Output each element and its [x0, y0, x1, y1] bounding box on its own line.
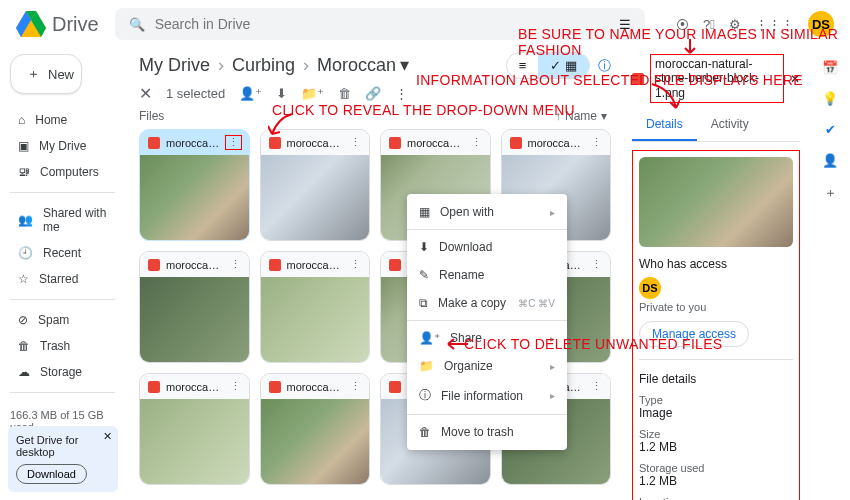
file-card[interactable]: moroccan-natu...⋮ [139, 373, 250, 485]
more-icon[interactable]: ⋮ [395, 86, 408, 101]
link-icon[interactable]: 🔗 [365, 86, 381, 101]
logo-text: Drive [52, 13, 99, 36]
ctx-label: Download [439, 240, 492, 254]
ctx-share[interactable]: 👤⁺Share▸ [407, 324, 567, 352]
crumb-current[interactable]: Moroccan▾ [317, 54, 409, 76]
image-icon [148, 137, 160, 149]
sidebar-item-starred[interactable]: ☆Starred [10, 267, 115, 291]
share-icon: 👤⁺ [419, 331, 440, 345]
close-icon[interactable]: ✕ [103, 430, 112, 443]
list-view-icon[interactable]: ≡ [507, 53, 539, 78]
ctx-label: Make a copy [438, 296, 506, 310]
share-icon[interactable]: 👤⁺ [239, 86, 262, 101]
file-more-icon[interactable]: ⋮ [230, 258, 241, 271]
delete-icon[interactable]: 🗑 [338, 86, 351, 101]
file-name: moroccan-natu... [528, 137, 586, 149]
add-icon[interactable]: ＋ [824, 184, 837, 202]
ctx-label: Organize [444, 359, 493, 373]
info-icon: ⓘ [419, 387, 431, 404]
file-card[interactable]: moroccan-natu...⋮ [139, 129, 250, 241]
sidebar-item-shared[interactable]: 👥Shared with me [10, 201, 115, 239]
details-panel: moroccan-natural-stone-berber-block-1.pn… [625, 48, 810, 500]
file-card[interactable]: moroccan-natu...⋮ [139, 251, 250, 363]
file-more-icon[interactable]: ⋮ [591, 380, 602, 393]
file-card[interactable]: moroccan-natu...⋮ [260, 129, 371, 241]
arrow-icon [650, 82, 680, 112]
chevron-right-icon: › [303, 55, 309, 76]
sidebar-item-storage[interactable]: ☁Storage [10, 360, 115, 384]
file-name: moroccan-natu... [166, 259, 224, 271]
header-actions: ⦿ ?⃝ ⚙ ⋮⋮⋮ DS [676, 11, 834, 37]
file-more-icon[interactable]: ⋮ [350, 258, 361, 271]
promo-title: Get Drive for desktop [16, 434, 110, 458]
image-icon [389, 381, 401, 393]
sidebar-item-spam[interactable]: ⊘Spam [10, 308, 115, 332]
file-more-icon[interactable]: ⋮ [591, 136, 602, 149]
clear-selection-icon[interactable]: ✕ [139, 84, 152, 103]
file-card[interactable]: moroccan-natu...⋮ [260, 251, 371, 363]
file-more-icon[interactable]: ⋮ [350, 380, 361, 393]
file-more-icon[interactable]: ⋮ [591, 258, 602, 271]
file-more-icon[interactable]: ⋮ [226, 136, 241, 149]
sidebar-item-label: Shared with me [43, 206, 107, 234]
ctx-open-with[interactable]: ▦Open with▸ [407, 198, 567, 226]
sidebar-item-label: Home [35, 113, 67, 127]
file-card[interactable]: moroccan-natu...⋮ [260, 373, 371, 485]
selection-bar: ✕ 1 selected 👤⁺ ⬇ 📁⁺ 🗑 🔗 ⋮ [139, 84, 611, 103]
details-preview [639, 157, 793, 247]
detail-value: Image [639, 406, 793, 420]
calendar-icon[interactable]: 📅 [822, 60, 838, 75]
sidebar-item-mydrive[interactable]: ▣My Drive [10, 134, 115, 158]
logo[interactable]: Drive [16, 11, 99, 37]
contacts-icon[interactable]: 👤 [822, 153, 838, 168]
search-bar[interactable]: 🔍 ☰ [115, 8, 645, 40]
ctx-organize[interactable]: 📁Organize▸ [407, 352, 567, 380]
search-input[interactable] [155, 16, 609, 32]
grid-view-icon[interactable]: ✓ ▦ [538, 53, 589, 78]
move-icon[interactable]: 📁⁺ [301, 86, 324, 101]
search-options-icon[interactable]: ☰ [619, 17, 631, 32]
trash-icon: 🗑 [18, 339, 30, 353]
people-icon: 👥 [18, 213, 33, 227]
ctx-trash[interactable]: 🗑Move to trash [407, 418, 567, 446]
arrow-icon [268, 112, 294, 138]
crumb[interactable]: My Drive [139, 55, 210, 76]
ctx-label: Rename [439, 268, 484, 282]
image-icon [269, 137, 281, 149]
ctx-rename[interactable]: ✎Rename [407, 261, 567, 289]
new-button[interactable]: ＋ New [10, 54, 82, 94]
sidebar-item-computers[interactable]: 🖳Computers [10, 160, 115, 184]
file-more-icon[interactable]: ⋮ [350, 136, 361, 149]
sidebar-item-trash[interactable]: 🗑Trash [10, 334, 115, 358]
support-icon[interactable]: ?⃝ [703, 17, 715, 32]
sort-control[interactable]: ↑ Name ▾ [555, 109, 607, 123]
chevron-right-icon: › [218, 55, 224, 76]
computers-icon: 🖳 [18, 165, 30, 179]
ctx-copy[interactable]: ⧉Make a copy⌘C ⌘V [407, 289, 567, 317]
keep-icon[interactable]: 💡 [822, 91, 838, 106]
close-icon[interactable]: ✕ [790, 72, 800, 86]
manage-access-button[interactable]: Manage access [639, 321, 749, 347]
file-more-icon[interactable]: ⋮ [230, 380, 241, 393]
ctx-file-info[interactable]: ⓘFile information▸ [407, 380, 567, 411]
settings-icon[interactable]: ⚙ [729, 17, 741, 32]
tab-details[interactable]: Details [632, 109, 697, 141]
ready-offline-icon[interactable]: ⦿ [676, 17, 689, 32]
file-more-icon[interactable]: ⋮ [471, 136, 482, 149]
sidebar-item-home[interactable]: ⌂Home [10, 108, 115, 132]
image-icon [389, 137, 401, 149]
sidebar-item-recent[interactable]: 🕘Recent [10, 241, 115, 265]
crumb[interactable]: Curbing [232, 55, 295, 76]
info-icon[interactable]: ⓘ [598, 57, 611, 75]
tasks-icon[interactable]: ✔ [825, 122, 836, 137]
plus-icon: ＋ [27, 65, 40, 83]
download-icon[interactable]: ⬇ [276, 86, 287, 101]
account-avatar[interactable]: DS [808, 11, 834, 37]
download-button[interactable]: Download [16, 464, 87, 484]
chevron-down-icon: ▾ [400, 54, 409, 76]
ctx-download[interactable]: ⬇Download [407, 233, 567, 261]
apps-icon[interactable]: ⋮⋮⋮ [755, 17, 794, 32]
view-toggle[interactable]: ≡ ✓ ▦ [506, 52, 590, 79]
tab-activity[interactable]: Activity [697, 109, 763, 141]
image-icon [148, 259, 160, 271]
